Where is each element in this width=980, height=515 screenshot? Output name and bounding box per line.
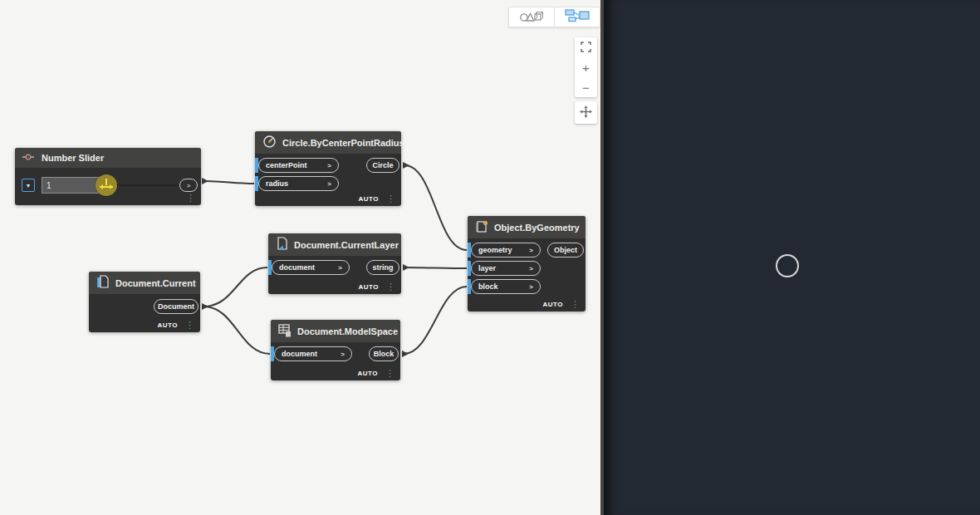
node-document-current[interactable]: Document.Current Document AUTO ⋮ xyxy=(89,272,200,332)
node-title: Document.ModelSpace xyxy=(297,326,398,336)
modelspace-table-icon xyxy=(278,324,292,339)
wire-string-layer xyxy=(404,267,467,268)
input-port-block[interactable]: block > xyxy=(471,279,541,294)
input-port-layer[interactable]: layer > xyxy=(471,261,541,276)
circle-preview xyxy=(776,254,799,277)
app-window: Number Slider ▼ > ⋮ xyxy=(0,0,980,515)
geometry-preview-viewport[interactable] xyxy=(604,0,980,515)
slider-value-input[interactable] xyxy=(42,177,101,194)
node-header[interactable]: Circle.ByCenterPointRadius xyxy=(255,131,401,154)
node-title: Circle.ByCenterPointRadius xyxy=(282,138,404,148)
circle-compass-icon xyxy=(262,135,277,150)
node-header[interactable]: Number Slider xyxy=(15,148,201,168)
wire-document-modelspace xyxy=(203,307,270,354)
output-port-string[interactable]: string xyxy=(366,260,399,275)
slider-icon xyxy=(22,153,36,163)
slider-output-port[interactable]: > xyxy=(179,179,198,192)
output-port-block[interactable]: Block xyxy=(369,346,399,361)
auto-badge: AUTO xyxy=(358,195,379,203)
auto-badge: AUTO xyxy=(157,321,178,329)
wire-document-currentlayer xyxy=(203,267,267,307)
wire-slider-radius xyxy=(203,181,254,184)
graph-view-button[interactable] xyxy=(554,7,600,27)
output-port-circle[interactable]: Circle xyxy=(366,158,399,173)
input-port-centerpoint[interactable]: centerPoint > xyxy=(258,158,339,173)
node-menu-dots[interactable]: ⋮ xyxy=(386,194,395,204)
graph-canvas[interactable]: Number Slider ▼ > ⋮ xyxy=(0,0,600,515)
node-menu-dots[interactable]: ⋮ xyxy=(385,369,394,378)
node-header[interactable]: Document.ModelSpace xyxy=(271,320,400,342)
document-layer-icon xyxy=(276,237,288,253)
pan-icon xyxy=(580,105,592,120)
document-icon xyxy=(96,275,110,291)
node-title: Document.CurrentLayer xyxy=(294,240,399,250)
node-title: Object.ByGeometry xyxy=(494,223,580,233)
node-header[interactable]: Object.ByGeometry xyxy=(468,216,586,238)
output-port-document[interactable]: Document xyxy=(154,299,198,314)
input-port-radius[interactable]: radius > xyxy=(258,176,339,191)
wire-block-block xyxy=(404,287,467,354)
node-title: Number Slider xyxy=(42,153,104,163)
auto-badge: AUTO xyxy=(358,283,379,291)
slider-type-dropdown[interactable]: ▼ xyxy=(22,179,35,192)
node-title: Document.Current xyxy=(115,278,196,288)
pan-button[interactable] xyxy=(575,101,597,124)
node-document-currentlayer[interactable]: Document.CurrentLayer document > string … xyxy=(268,233,401,294)
input-port-geometry[interactable]: geometry > xyxy=(471,243,541,258)
node-number-slider[interactable]: Number Slider ▼ > ⋮ xyxy=(15,148,201,205)
node-menu-dots[interactable]: ⋮ xyxy=(386,282,395,292)
geometry-view-icon xyxy=(519,9,544,26)
node-document-modelspace[interactable]: Document.ModelSpace document > Block AUT… xyxy=(271,320,400,380)
geometry-view-button[interactable] xyxy=(509,7,554,27)
node-menu-dots[interactable]: ⋮ xyxy=(186,194,195,203)
slider-handle[interactable] xyxy=(96,174,117,196)
node-menu-dots[interactable]: ⋮ xyxy=(571,300,580,309)
input-port-document[interactable]: document > xyxy=(274,346,352,361)
zoom-controls-panel: + − xyxy=(575,37,597,97)
node-header[interactable]: Document.Current xyxy=(89,272,200,294)
auto-badge: AUTO xyxy=(357,370,378,377)
view-toggle-toolbar xyxy=(508,7,600,27)
node-header[interactable]: Document.CurrentLayer xyxy=(268,233,401,256)
node-circle-bycenterpointradius[interactable]: Circle.ByCenterPointRadius centerPoint >… xyxy=(255,131,401,206)
output-port-object[interactable]: Object xyxy=(547,243,584,258)
wire-circle-geometry xyxy=(404,165,467,250)
input-port-document[interactable]: document > xyxy=(272,260,350,275)
auto-badge: AUTO xyxy=(542,301,563,308)
slider-track xyxy=(108,184,179,186)
zoom-out-button[interactable]: − xyxy=(575,77,597,97)
zoom-fit-button[interactable] xyxy=(575,37,597,57)
graph-view-icon xyxy=(564,8,590,27)
node-object-bygeometry[interactable]: Object.ByGeometry geometry > layer > blo… xyxy=(468,216,586,311)
zoom-fit-icon xyxy=(581,41,591,55)
node-menu-dots[interactable]: ⋮ xyxy=(185,321,194,330)
object-page-icon xyxy=(475,220,488,235)
zoom-in-button[interactable]: + xyxy=(575,57,597,77)
